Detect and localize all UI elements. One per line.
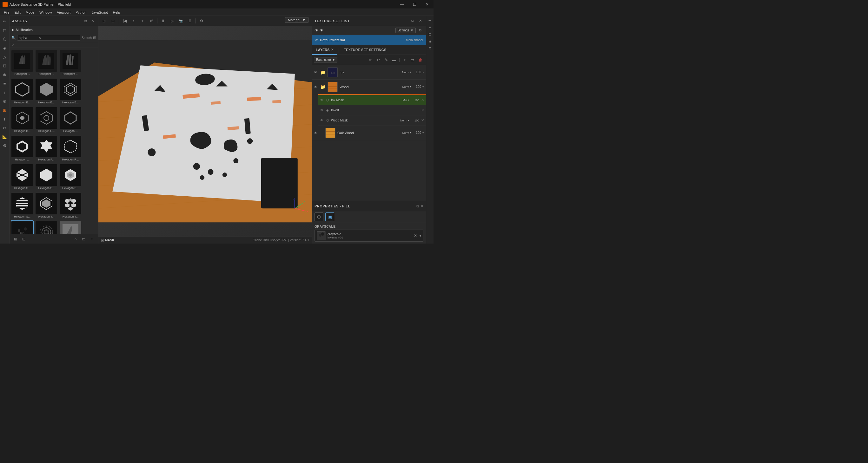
- asset-handprint-3[interactable]: Handprint ...: [59, 49, 82, 76]
- eraser-tool[interactable]: ◻: [1, 26, 9, 34]
- assets-new-folder-btn[interactable]: 🗀: [80, 236, 87, 242]
- vt-first-btn[interactable]: |◀: [121, 17, 128, 25]
- vt-camera-btn[interactable]: ▷: [168, 17, 176, 25]
- asset-hexT2[interactable]: Hexagon T...: [59, 192, 82, 219]
- settings-tool[interactable]: ⚙: [1, 141, 9, 150]
- tsl-eye-diffuse[interactable]: 👁: [314, 28, 318, 33]
- asset-hexS-striped[interactable]: Hexagon S...: [11, 192, 34, 219]
- pf-close-icon[interactable]: ✕: [420, 204, 423, 208]
- sub-ink-mask-close[interactable]: ✕: [421, 98, 424, 102]
- search-clear-icon[interactable]: ✕: [38, 36, 41, 40]
- material-dropdown[interactable]: Material ▼: [285, 17, 308, 23]
- fill-tool[interactable]: ◈: [1, 44, 9, 52]
- asset-hexP[interactable]: Hexagon P...: [35, 135, 58, 162]
- layer-ink[interactable]: 👁 📁 INK Ink Norm ▾ 100 ▾: [312, 65, 426, 79]
- vt-settings-btn[interactable]: ⚙: [198, 17, 205, 25]
- sub-wood-mask-blend[interactable]: Norm ▾: [400, 119, 409, 122]
- maximize-button[interactable]: ☐: [408, 0, 421, 9]
- asset-kyle-brush[interactable]: Kyle Brush ...: [59, 221, 82, 234]
- grayscale-expand-btn[interactable]: ▾: [420, 234, 421, 237]
- asset-hexB4[interactable]: Hexagon B...: [11, 106, 34, 133]
- lt-add-btn[interactable]: +: [401, 57, 408, 63]
- lt-fill-btn[interactable]: ▬: [391, 57, 398, 63]
- asset-iris[interactable]: Iris: [35, 221, 58, 234]
- asset-hexB1[interactable]: Hexagon B...: [11, 78, 34, 105]
- layer-oak-eye[interactable]: 👁: [314, 131, 318, 135]
- vt-fit-btn[interactable]: ↕: [130, 17, 137, 25]
- sub-wood-mask-close[interactable]: ✕: [421, 118, 424, 123]
- lt-refresh-btn[interactable]: ↩: [375, 57, 382, 63]
- assets-add-btn[interactable]: +: [89, 236, 96, 242]
- ri-layers-btn[interactable]: ≡: [427, 24, 433, 30]
- menu-help[interactable]: Help: [111, 10, 123, 15]
- tsl-minimize-btn[interactable]: ⧉: [409, 18, 416, 24]
- sub-layer-ink-mask[interactable]: 👁 ⬡ Ink Mask Mul ▾ 100 ✕: [318, 95, 426, 105]
- menu-edit[interactable]: Edit: [12, 10, 23, 15]
- base-color-dropdown[interactable]: Base color ▼: [314, 57, 337, 63]
- assets-close-icon[interactable]: ✕: [90, 18, 96, 24]
- ri-history-btn[interactable]: ↩: [427, 17, 433, 24]
- asset-hexR[interactable]: Hexagon R...: [59, 135, 82, 162]
- search-input-wrap[interactable]: ✕: [17, 35, 80, 41]
- sub-ink-mask-blend[interactable]: Mul ▾: [402, 99, 409, 102]
- lt-stamp-btn[interactable]: ✎: [383, 57, 390, 63]
- vt-photo-btn[interactable]: 📷: [177, 17, 185, 25]
- tsl-eye-normal[interactable]: 👁: [319, 28, 323, 33]
- ri-properties-btn[interactable]: ⊡: [427, 31, 433, 37]
- tsl-close-btn[interactable]: ✕: [417, 18, 423, 24]
- selection-tool[interactable]: ⊡: [1, 62, 9, 70]
- smudge-tool[interactable]: ⬡: [1, 35, 9, 43]
- sub-invert-close[interactable]: ✕: [421, 108, 424, 112]
- sub-layer-invert[interactable]: 👁 ◈ Invert ✕: [318, 105, 426, 115]
- export-tool[interactable]: ↑: [1, 88, 9, 96]
- asset-handprint-1[interactable]: Handprint ...: [11, 49, 34, 76]
- tab-texture-set-settings[interactable]: TEXTURE SET SETTINGS: [340, 45, 390, 55]
- menu-window[interactable]: Window: [37, 10, 54, 15]
- menu-python[interactable]: Python: [73, 10, 89, 15]
- sub-layer-wood-mask[interactable]: 👁 ⬡ Wood Mask Norm ▾ 100 ✕: [318, 115, 426, 126]
- layer-wood[interactable]: 👁 📁 Wood Norm ▾ 100 ▾: [312, 79, 426, 94]
- asset-hexS1[interactable]: Hexagon S...: [11, 163, 34, 191]
- vt-refresh-btn[interactable]: ↺: [148, 17, 155, 25]
- paint-tool[interactable]: ✏: [1, 17, 9, 25]
- menu-file[interactable]: File: [1, 10, 12, 15]
- sub-invert-eye[interactable]: 👁: [320, 108, 324, 112]
- tab-layers-close[interactable]: ✕: [331, 48, 334, 52]
- tsl-material-eye[interactable]: 👁: [314, 38, 318, 42]
- lt-delete-btn[interactable]: 🗑: [417, 57, 424, 63]
- asset-hexB3[interactable]: Hexagon B...: [59, 78, 82, 105]
- asset-tool[interactable]: ⊞: [1, 106, 9, 114]
- layer-oak-wood[interactable]: 👁 Oak Wood Norm ▾ 100 ▾: [312, 126, 426, 140]
- layers-tool[interactable]: ≡: [1, 79, 9, 88]
- grayscale-close-btn[interactable]: ✕: [414, 233, 417, 238]
- assets-circle-btn[interactable]: ○: [72, 236, 79, 242]
- tsl-settings-dropdown[interactable]: Settings ▼: [396, 28, 416, 33]
- close-button[interactable]: ✕: [421, 0, 434, 9]
- tab-layers[interactable]: LAYERS ✕: [312, 45, 337, 55]
- sub-ink-mask-eye[interactable]: 👁: [320, 98, 324, 102]
- layer-oak-blend[interactable]: Norm ▾: [402, 131, 411, 134]
- canvas-area[interactable]: Y X Z: [98, 26, 312, 237]
- text-tool[interactable]: T: [1, 115, 9, 123]
- sub-wood-mask-eye[interactable]: 👁: [320, 119, 324, 122]
- assets-folder-btn[interactable]: ⊡: [20, 236, 27, 242]
- vt-pause-btn[interactable]: ⏸: [159, 17, 167, 25]
- asset-hexS3[interactable]: Hexagon S...: [59, 163, 82, 191]
- all-libraries-item[interactable]: ▶ All libraries: [9, 26, 98, 34]
- layer-wood-blend[interactable]: Norm ▾: [402, 85, 411, 89]
- vt-add-btn[interactable]: +: [139, 17, 146, 25]
- asset-hexT1[interactable]: Hexagon T...: [35, 192, 58, 219]
- layer-ink-blend[interactable]: Norm ▾: [402, 71, 411, 74]
- tsl-config-btn[interactable]: ⚙: [417, 27, 423, 34]
- layer-wood-eye[interactable]: 👁: [314, 85, 318, 89]
- ri-settings-btn[interactable]: ⚙: [427, 45, 433, 52]
- menu-mode[interactable]: Mode: [23, 10, 37, 15]
- assets-import-btn[interactable]: ⊞: [12, 236, 19, 242]
- vt-display-btn[interactable]: 🖥: [186, 17, 194, 25]
- vt-grid2-btn[interactable]: ⊟: [109, 17, 117, 25]
- assets-maximize-icon[interactable]: ⧉: [83, 18, 89, 24]
- measure-tool[interactable]: 📐: [1, 133, 9, 141]
- asset-hexS2[interactable]: Hexagon S...: [35, 163, 58, 191]
- menu-javascript[interactable]: JavaScript: [89, 10, 110, 15]
- layer-ink-eye[interactable]: 👁: [314, 70, 318, 74]
